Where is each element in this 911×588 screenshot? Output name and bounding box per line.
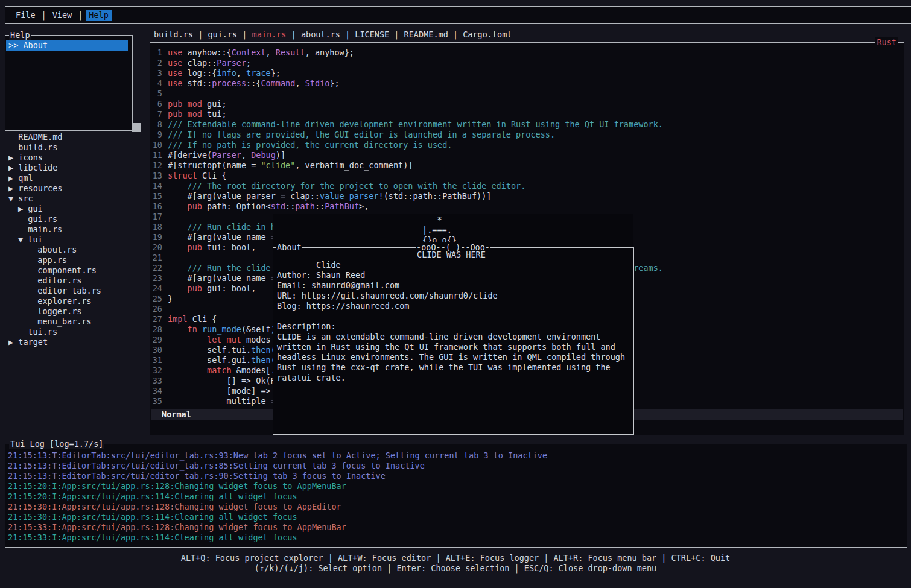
code-line-1[interactable]: 1use anyhow::{Context, Result, anyhow}; bbox=[151, 48, 903, 58]
tree-item-about.rs[interactable]: about.rs bbox=[5, 245, 145, 255]
code-line-8[interactable]: 8/// Extendable command-line driven deve… bbox=[151, 119, 903, 130]
tree-item-tui[interactable]: ▼ tui bbox=[5, 235, 145, 245]
tree-item-editor_tab.rs[interactable]: editor_tab.rs bbox=[5, 286, 145, 296]
line-number: 4 bbox=[151, 78, 162, 89]
tree-item-target[interactable]: ▶ target bbox=[5, 337, 145, 347]
code-token: struct bbox=[168, 171, 197, 180]
keybinding-help-line1: ALT+Q: Focus project explorer | ALT+W: F… bbox=[0, 553, 911, 563]
language-badge: Rust bbox=[875, 37, 898, 48]
log-line: 21:15:33:I:App:src/tui/app.rs:114:Cleari… bbox=[8, 533, 904, 543]
line-number: 26 bbox=[151, 304, 162, 314]
code-token: pub mod bbox=[168, 99, 202, 109]
code-line-6[interactable]: 6pub mod gui; bbox=[151, 99, 903, 109]
tree-item-src[interactable]: ▼ src bbox=[5, 194, 145, 204]
tab-build.rs[interactable]: build.rs bbox=[154, 30, 193, 39]
line-number: 13 bbox=[151, 171, 162, 181]
code-token: #[arg(value_name = bbox=[168, 232, 281, 242]
help-panel: Help >> About bbox=[5, 35, 133, 131]
tab-gui.rs[interactable]: gui.rs bbox=[208, 30, 237, 39]
line-number: 31 bbox=[151, 355, 162, 365]
line-number: 17 bbox=[151, 212, 162, 222]
code-token: use bbox=[168, 58, 182, 68]
code-line-16[interactable]: 16 pub path: Option<std::path::PathBuf>, bbox=[151, 201, 903, 212]
tree-indent bbox=[18, 214, 28, 224]
tree-item-main.rs[interactable]: main.rs bbox=[5, 224, 145, 235]
code-token: gui: bool, bbox=[202, 283, 256, 293]
tree-item-gui[interactable]: ▶ gui bbox=[5, 204, 145, 214]
tab-main.rs[interactable]: main.rs bbox=[252, 30, 287, 39]
code-line-13[interactable]: 13struct Cli { bbox=[151, 171, 903, 181]
tree-item-app.rs[interactable]: app.rs bbox=[5, 255, 145, 265]
code-token: ::{ bbox=[246, 78, 261, 88]
tab-about.rs[interactable]: about.rs bbox=[301, 30, 340, 39]
code-token: anyhow::{ bbox=[182, 48, 231, 57]
tree-item-README.md[interactable]: README.md bbox=[5, 132, 145, 142]
tree-item-label: tui bbox=[28, 235, 42, 244]
about-info-lines: Author: Shaun ReedEmail: shaunrd0@gmail.… bbox=[277, 270, 631, 311]
tree-item-editor.rs[interactable]: editor.rs bbox=[5, 276, 145, 286]
code-line-9[interactable]: 9/// If no flags are provided, the GUI e… bbox=[151, 130, 903, 140]
menu-separator: | bbox=[78, 10, 83, 20]
line-number: 3 bbox=[151, 68, 162, 78]
tree-item-label: explorer.rs bbox=[37, 296, 91, 306]
code-token: Parser bbox=[217, 58, 246, 68]
code-line-15[interactable]: 15 #[arg(value_parser = clap::value_pars… bbox=[151, 191, 903, 201]
tab-Cargo.toml[interactable]: Cargo.toml bbox=[463, 30, 512, 39]
tree-item-icons[interactable]: ▶ icons bbox=[5, 153, 145, 163]
line-number: 11 bbox=[151, 150, 162, 160]
code-token: fn bbox=[188, 324, 197, 334]
blank-row bbox=[277, 260, 631, 270]
tree-item-logger.rs[interactable]: logger.rs bbox=[5, 306, 145, 317]
code-line-2[interactable]: 2use clap::Parser; bbox=[151, 58, 903, 68]
help-panel-title: Help bbox=[9, 30, 31, 40]
code-line-14[interactable]: 14 /// The root directory for the projec… bbox=[151, 181, 903, 191]
tree-item-build.rs[interactable]: build.rs bbox=[5, 142, 145, 153]
tree-item-explorer.rs[interactable]: explorer.rs bbox=[5, 296, 145, 306]
tree-item-qml[interactable]: ▶ qml bbox=[5, 173, 145, 183]
log-panel[interactable]: Tui Log [log=1.7/s] 21:15:13:T:EditorTab… bbox=[5, 444, 907, 548]
line-number: 7 bbox=[151, 109, 162, 119]
about-dialog-box: About -ooO--(_)--Ooo- Clide CLIDE WAS HE… bbox=[273, 247, 634, 435]
tree-item-component.rs[interactable]: component.rs bbox=[5, 265, 145, 276]
tree-item-menu_bar.rs[interactable]: menu_bar.rs bbox=[5, 317, 145, 327]
code-token: pub bbox=[188, 242, 202, 252]
code-token: #[structopt(name = bbox=[168, 160, 261, 170]
tree-item-resources[interactable]: ▶ resources bbox=[5, 183, 145, 194]
code-token: , anyhow}; bbox=[305, 48, 354, 57]
tree-item-libclide[interactable]: ▶ libclide bbox=[5, 163, 145, 173]
code-token: /// The root directory for the project t… bbox=[168, 181, 525, 191]
help-option-about[interactable]: >> About bbox=[6, 40, 128, 51]
code-token: pub bbox=[188, 201, 202, 211]
code-line-4[interactable]: 4use std::process::{Command, Stdio}; bbox=[151, 78, 903, 89]
code-line-7[interactable]: 7pub mod tui; bbox=[151, 109, 903, 119]
chevron-right-icon: ▶ bbox=[8, 337, 18, 347]
code-token: ; bbox=[246, 58, 251, 68]
menu-item-view[interactable]: View bbox=[49, 10, 75, 21]
code-token: let mut bbox=[207, 335, 241, 344]
menu-item-help[interactable]: Help bbox=[86, 10, 112, 21]
line-number: 5 bbox=[151, 89, 162, 99]
code-line-3[interactable]: 3use log::{info, trace}; bbox=[151, 68, 903, 78]
code-token bbox=[168, 201, 188, 211]
chevron-right-icon: ▶ bbox=[8, 153, 18, 162]
code-line-10[interactable]: 10/// If no path is provided, the curren… bbox=[151, 140, 903, 150]
tab-separator: | bbox=[448, 30, 463, 39]
scrollbar-thumb[interactable] bbox=[132, 123, 141, 132]
code-token: use bbox=[168, 48, 182, 57]
tab-README.md[interactable]: README.md bbox=[404, 30, 448, 39]
tree-item-gui.rs[interactable]: gui.rs bbox=[5, 214, 145, 224]
code-token: path bbox=[295, 201, 315, 211]
code-line-12[interactable]: 12#[structopt(name = "clide", verbatim_d… bbox=[151, 160, 903, 171]
about-description-line: CLIDE is an extendable command-line driv… bbox=[277, 332, 631, 342]
tab-LICENSE[interactable]: LICENSE bbox=[355, 30, 389, 39]
tree-item-label: editor_tab.rs bbox=[37, 286, 101, 296]
menu-item-file[interactable]: File bbox=[13, 10, 39, 21]
blank-row bbox=[277, 311, 631, 321]
code-token: std:: bbox=[182, 78, 212, 88]
tree-item-tui.rs[interactable]: tui.rs bbox=[5, 327, 145, 337]
code-line-11[interactable]: 11#[derive(Parser, Debug)] bbox=[151, 150, 903, 160]
line-number: 22 bbox=[151, 263, 162, 273]
line-number: 35 bbox=[151, 396, 162, 406]
code-line-5[interactable]: 5 bbox=[151, 89, 903, 99]
code-token: log::{ bbox=[182, 68, 217, 78]
